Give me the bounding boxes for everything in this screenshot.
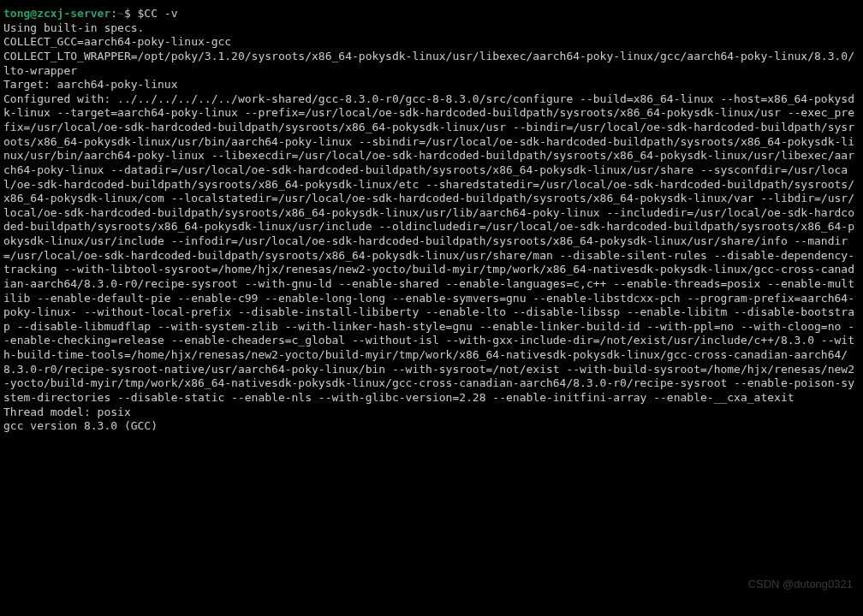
output-line-3: COLLECT_LTO_WRAPPER=/opt/poky/3.1.20/sys… <box>3 50 854 77</box>
prompt-at: @ <box>30 7 37 20</box>
prompt-sep2: $ <box>124 7 138 20</box>
terminal-window[interactable]: tong@zcxj-server:~$ $CC -v Using built-i… <box>0 0 863 616</box>
output-line-2: COLLECT_GCC=aarch64-poky-linux-gcc <box>3 35 231 48</box>
command-input[interactable]: $CC -v <box>138 7 178 20</box>
prompt-host: zcxj-server <box>37 7 110 20</box>
output-line-1: Using built-in specs. <box>3 21 144 34</box>
output-line-5: Configured with: ../../../../../../work-… <box>3 92 854 404</box>
output-line-7: gcc version 8.3.0 (GCC) <box>3 419 158 432</box>
watermark: CSDN @dutong0321 <box>748 578 853 592</box>
output-line-4: Target: aarch64-poky-linux <box>3 78 178 91</box>
prompt-path: ~ <box>117 7 124 20</box>
prompt-user: tong <box>3 7 30 20</box>
prompt-sep1: : <box>110 7 117 20</box>
output-line-6: Thread model: posix <box>3 406 131 418</box>
prompt-line: tong@zcxj-server:~$ $CC -v <box>3 7 178 20</box>
